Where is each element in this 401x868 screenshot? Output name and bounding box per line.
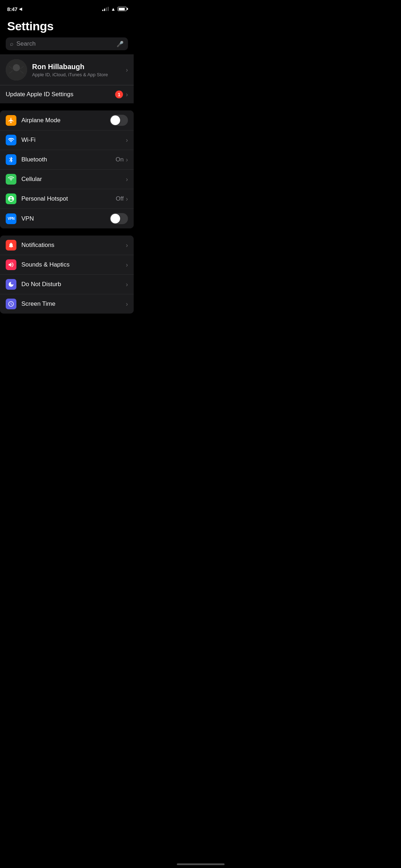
screen-time-chevron: › xyxy=(126,300,128,308)
spacer-2 xyxy=(0,228,134,236)
sounds-haptics-chevron: › xyxy=(126,261,128,269)
notifications-row[interactable]: Notifications › xyxy=(0,236,134,255)
wifi-row[interactable]: Wi-Fi › xyxy=(0,130,134,150)
update-chevron: › xyxy=(126,91,128,98)
do-not-disturb-label: Do Not Disturb xyxy=(21,281,126,288)
wifi-chevron: › xyxy=(126,136,128,144)
vpn-icon: VPN xyxy=(6,213,16,224)
battery-fill xyxy=(119,8,125,10)
screen-time-icon xyxy=(6,299,16,309)
personal-hotspot-value: Off xyxy=(116,195,124,202)
airplane-mode-icon xyxy=(6,115,16,126)
update-cell[interactable]: Update Apple ID Settings 1 › xyxy=(0,85,134,103)
wifi-settings-icon xyxy=(6,135,16,145)
profile-cell[interactable]: Ron Hillabaugh Apple ID, iCloud, iTunes … xyxy=(0,55,134,85)
signal-bars xyxy=(102,7,109,11)
do-not-disturb-chevron: › xyxy=(126,281,128,288)
spacer-1 xyxy=(0,103,134,110)
notifications-label: Notifications xyxy=(21,242,126,249)
bluetooth-icon xyxy=(6,154,16,165)
notifications-chevron: › xyxy=(126,242,128,249)
signal-bar-2 xyxy=(104,9,105,11)
general-section: Notifications › Sounds & Haptics › Do No… xyxy=(0,236,134,314)
status-bar: 8:47 ◀ ▲ xyxy=(0,0,134,16)
airplane-mode-toggle[interactable] xyxy=(110,115,128,126)
personal-hotspot-chevron: › xyxy=(126,195,128,203)
cellular-label: Cellular xyxy=(21,176,126,183)
bluetooth-chevron: › xyxy=(126,156,128,164)
signal-bar-1 xyxy=(102,10,103,11)
do-not-disturb-icon xyxy=(6,279,16,290)
personal-hotspot-icon xyxy=(6,193,16,204)
sounds-haptics-label: Sounds & Haptics xyxy=(21,261,126,268)
status-time: 8:47 xyxy=(7,6,17,12)
search-icon: ⌕ xyxy=(10,41,14,47)
network-section: Airplane Mode Wi-Fi › Bluetooth On › xyxy=(0,110,134,228)
page-title: Settings xyxy=(0,16,134,37)
status-icons: ▲ xyxy=(102,6,127,12)
signal-bar-4 xyxy=(108,7,109,11)
update-badge: 1 xyxy=(115,91,123,98)
vpn-label: VPN xyxy=(21,215,110,222)
notifications-icon xyxy=(6,240,16,250)
sounds-haptics-icon xyxy=(6,259,16,270)
airplane-mode-row[interactable]: Airplane Mode xyxy=(0,110,134,130)
bottom-spacer xyxy=(0,314,134,331)
airplane-mode-toggle-thumb xyxy=(110,115,120,125)
profile-info: Ron Hillabaugh Apple ID, iCloud, iTunes … xyxy=(32,63,126,77)
cellular-chevron: › xyxy=(126,176,128,183)
location-icon: ◀ xyxy=(19,6,22,11)
search-bar[interactable]: ⌕ Search 🎤 xyxy=(6,37,128,50)
bluetooth-value: On xyxy=(115,156,124,163)
cellular-icon xyxy=(6,174,16,185)
bluetooth-row[interactable]: Bluetooth On › xyxy=(0,150,134,170)
sounds-haptics-row[interactable]: Sounds & Haptics › xyxy=(0,255,134,275)
airplane-mode-label: Airplane Mode xyxy=(21,117,110,124)
avatar xyxy=(6,59,27,81)
personal-hotspot-label: Personal Hotspot xyxy=(21,195,116,202)
vpn-toggle[interactable] xyxy=(110,213,128,224)
profile-name: Ron Hillabaugh xyxy=(32,63,126,71)
profile-section: Ron Hillabaugh Apple ID, iCloud, iTunes … xyxy=(0,55,134,103)
signal-bar-3 xyxy=(106,7,107,11)
wifi-icon: ▲ xyxy=(111,6,115,12)
profile-chevron: › xyxy=(126,66,128,74)
svg-point-1 xyxy=(13,64,20,71)
screen-time-label: Screen Time xyxy=(21,300,126,308)
profile-subtitle: Apple ID, iCloud, iTunes & App Store xyxy=(32,72,126,77)
bluetooth-label: Bluetooth xyxy=(21,156,115,163)
vpn-row[interactable]: VPN VPN xyxy=(0,209,134,228)
battery-icon xyxy=(118,7,127,11)
personal-hotspot-row[interactable]: Personal Hotspot Off › xyxy=(0,189,134,209)
screen-time-row[interactable]: Screen Time › xyxy=(0,294,134,314)
microphone-icon[interactable]: 🎤 xyxy=(117,41,124,47)
cellular-row[interactable]: Cellular › xyxy=(0,170,134,189)
vpn-toggle-thumb xyxy=(110,214,120,223)
search-input[interactable]: Search xyxy=(16,40,114,47)
avatar-image xyxy=(6,59,27,81)
update-label: Update Apple ID Settings xyxy=(6,91,115,98)
wifi-label: Wi-Fi xyxy=(21,136,126,144)
do-not-disturb-row[interactable]: Do Not Disturb › xyxy=(0,275,134,294)
